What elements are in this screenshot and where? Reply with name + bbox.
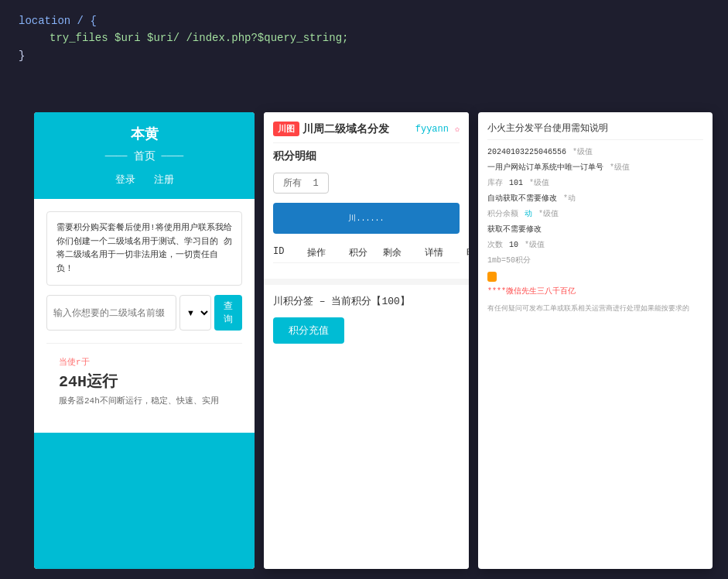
detail-row-orderid: 20240103225046556 *级值	[487, 146, 703, 159]
detail-row-orderlabel: 一用户网站订单系统中唯一订单号 *级值	[487, 162, 703, 174]
detail-orderid: 20240103225046556	[487, 146, 566, 159]
site-header: 本黄 ———— 首页 ———— 登录 注册	[34, 112, 255, 199]
detail-row-bonus: 1mb=50积分	[487, 255, 703, 267]
detail-row-desc1: ****微信先生三八千百亿	[487, 286, 703, 298]
register-link[interactable]: 注册	[154, 173, 174, 187]
site-content: 需要积分购买套餐后使用!将使用用户联系我给你们创建一个二级域名用于测试、学习目的…	[34, 199, 255, 433]
detail-note: 有任何疑问可发布工单或联系相关运营商进行处理如果能按要求的	[487, 304, 703, 315]
points-logo-icon: 川图	[273, 122, 299, 136]
detail-row-stock: 库存 101 *级值	[487, 177, 703, 190]
feature-1-desc: 服务器24h不间断运行，稳定、快速、实用	[59, 395, 230, 408]
search-input[interactable]	[46, 295, 176, 331]
panel-left: 本黄 ———— 首页 ———— 登录 注册 需要积分购买套餐后使用!将使用用户联…	[34, 112, 255, 569]
points-balance-header: 川积分签 – 当前积分【100】	[273, 294, 460, 308]
points-table-header: ID 操作 积分 剩余 详情 时间	[273, 243, 460, 263]
detail-action: 获取不需要修改	[487, 224, 542, 236]
detail-orderlabel: 一用户网站订单系统中唯一订单号	[487, 162, 603, 174]
points-logo: 川图 川周二级域名分发	[273, 122, 389, 136]
detail-stock-label: 库存	[487, 177, 503, 190]
detail-orderid-label: *级值	[572, 146, 593, 159]
feature-icon-1: 当使r于	[59, 356, 90, 368]
decoration-flower: ✿	[455, 125, 460, 134]
panel-right: 小火主分发平台使用需知说明 20240103225046556 *级值 一用户网…	[478, 112, 713, 569]
points-tabs: 所有 1	[273, 173, 460, 194]
detail-points-label: 积分余额	[487, 208, 518, 221]
points-user[interactable]: fyyann	[415, 124, 449, 135]
col-remaining: 剩余	[383, 246, 422, 259]
points-section: 川图 川周二级域名分发 fyyann ✿ 积分明细 所有 1 川...... I…	[264, 112, 469, 272]
code-try-files: try_files $uri $uri/ /index.php?$query_s…	[50, 29, 348, 46]
col-time: 时间	[467, 246, 469, 259]
col-points: 积分	[349, 246, 380, 259]
tab-all[interactable]: 所有 1	[273, 173, 329, 194]
screenshots-area: 本黄 ———— 首页 ———— 登录 注册 需要积分购买套餐后使用!将使用用户联…	[34, 112, 713, 564]
code-line-1: location / {	[19, 12, 709, 29]
code-brace-close: }	[19, 47, 25, 64]
site-notice: 需要积分购买套餐后使用!将使用用户联系我给你们创建一个二级域名用于测试、学习目的…	[46, 211, 242, 286]
detail-title: 小火主分发平台使用需知说明	[487, 122, 703, 140]
detail-count-value: 10	[509, 239, 518, 252]
site-logo: 本黄	[46, 125, 242, 143]
detail-stock-value: 101	[509, 177, 523, 190]
recharge-button[interactable]: 积分充值	[273, 317, 344, 344]
code-line-2: try_files $uri $uri/ /index.php?$query_s…	[19, 29, 709, 46]
detail-row-points: 积分余额 动 *级值	[487, 208, 703, 221]
detail-desc1: ****微信先生三八千百亿	[487, 286, 576, 298]
code-line-3: }	[19, 47, 709, 64]
detail-orderlabel-suffix: *级值	[610, 162, 630, 174]
detail-row-count: 次数 10 *级值	[487, 239, 703, 252]
points-balance-section: 川积分签 – 当前积分【100】 积分充值	[264, 279, 469, 569]
detail-auto: 自动获取不需要修改	[487, 193, 557, 205]
points-thumbnail: 川......	[273, 203, 460, 234]
feature-1-title: 24H运行	[59, 371, 230, 392]
domain-select[interactable]: ▼	[179, 295, 211, 331]
col-action: 操作	[307, 246, 346, 259]
panel-middle: 川图 川周二级域名分发 fyyann ✿ 积分明细 所有 1 川...... I…	[264, 112, 469, 569]
left-stack: 本黄 ———— 首页 ———— 登录 注册 需要积分购买套餐后使用!将使用用户联…	[34, 112, 255, 569]
detail-row-action: 获取不需要修改	[487, 224, 703, 236]
col-id: ID	[273, 246, 304, 259]
login-link[interactable]: 登录	[115, 173, 135, 187]
code-keyword-location: location / {	[19, 12, 97, 29]
feature-24h: 当使r于 24H运行 服务器24h不间断运行，稳定、快速、实用	[46, 343, 242, 420]
code-editor: location / { try_files $uri $uri/ /index…	[0, 0, 728, 101]
site-auth: 登录 注册	[46, 173, 242, 187]
search-button[interactable]: 查询	[214, 295, 242, 331]
detail-row-auto: 自动获取不需要修改 *动	[487, 193, 703, 205]
site-nav-line: ———— 首页 ————	[46, 149, 242, 163]
site-nav-home[interactable]: 首页	[134, 149, 156, 163]
detail-badge	[487, 272, 497, 282]
points-header: 川图 川周二级域名分发 fyyann ✿	[273, 122, 460, 143]
points-thumbnail-text: 川......	[348, 213, 384, 224]
detail-count-label: 次数	[487, 239, 503, 252]
site-search: ▼ 查询	[46, 295, 242, 331]
detail-bonus-label: 1mb=50积分	[487, 255, 531, 267]
left-card-top: 本黄 ———— 首页 ———— 登录 注册 需要积分购买套餐后使用!将使用用户联…	[34, 112, 255, 569]
detail-points-value: 动	[525, 208, 532, 221]
col-detail: 详情	[425, 246, 463, 259]
points-site-name: 川周二级域名分发	[302, 122, 389, 136]
points-section-title: 积分明细	[273, 149, 460, 163]
